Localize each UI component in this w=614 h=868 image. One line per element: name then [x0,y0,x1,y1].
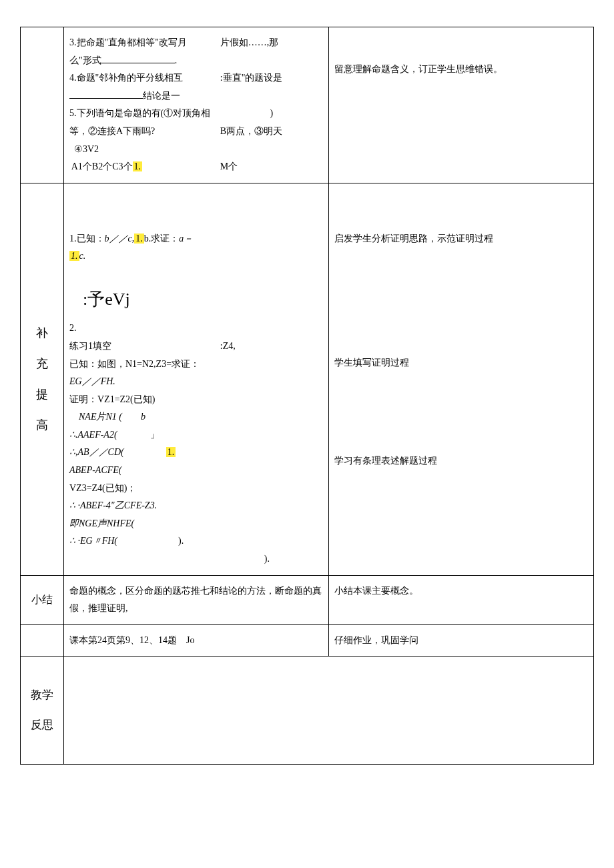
text: 5.下列语句是命题的有(①对顶角相等，②连接A下雨吗? [69,108,210,136]
row4-label [21,624,64,657]
label-char: 高 [26,414,58,436]
text: ABEP-ACFE( [69,465,122,475]
row2-notes: 启发学生分析证明思路，示范证明过程 学生填写证明过程 学习有条理表述解题过程 [329,183,594,575]
text: ④3V2 [74,144,99,154]
row5-label: 教学 反思 [21,657,64,765]
text: b／／c, [105,234,135,244]
row2-content: 1.已知：b／／c,1.b.求证：a－ 1.c. :予eVj 2. 练习1填空 … [64,183,329,575]
highlight: 1. [133,161,143,171]
sketch-text: :予eVj [69,279,323,320]
text: N1 ( [105,412,122,422]
text: a－ [179,234,193,244]
text: 练习1填空 [69,341,111,351]
text: 小结本课主要概念。 [334,586,418,596]
text: ). [178,536,184,546]
row4-content: 课本第24页第9、12、14题 Jo [64,624,329,657]
text: c. [79,251,86,261]
text: 片假如……,那 [220,37,279,47]
table-row: 教学 反思 [21,657,594,765]
text: 已知：如图，N1=N2,Z3=求证： [69,359,200,369]
text: 即NGE声NHFE( [69,518,134,528]
text: NAE [79,412,96,422]
row3-content: 命题的概念，区分命题的题芯推七和结论的方法，断命题的真假，推理证明, [64,575,329,624]
text: 结论是一 [143,91,180,101]
text: 学习有条理表述解题过程 [334,456,437,466]
text: 仔细作业，巩固学问 [334,635,418,645]
text: :Z4, [220,341,236,351]
text: B两点，③明天 [220,126,282,136]
text: 4.命题"邻补角的平分线相互 [69,73,183,83]
text: 命题的概念，区分命题的题芯推七和结论的方法，断命题的真假，推理证明, [69,586,322,614]
text: b.求证： [144,234,180,244]
text: ). [264,554,270,564]
text: 留意理解命题含义，订正学生思维错误。 [334,64,503,74]
row4-notes: 仔细作业，巩固学问 [329,624,594,657]
text: Jo [186,635,194,645]
blank-line [101,53,175,63]
text: ∴.AAEF-A2( [69,430,117,440]
row1-content: 3.把命题"直角都相等"改写月 么"形式. 4.命题"邻补角的平分线相互 结论是… [64,27,329,183]
label-char: 补 [26,322,58,344]
text: 2. [69,323,77,333]
text: b [141,412,145,422]
text: 证明：VZ1=Z2(已知) [69,394,155,404]
text: M个 [220,161,238,171]
row5-content [64,657,594,765]
lesson-table: 3.把命题"直角都相等"改写月 么"形式. 4.命题"邻补角的平分线相互 结论是… [20,27,594,765]
text: ) [270,108,274,118]
row1-label [21,27,64,183]
text: 3.把命题"直角都相等"改写月 [69,37,187,47]
table-row: 小结 命题的概念，区分命题的题芯推七和结论的方法，断命题的真假，推理证明, 小结… [21,575,594,624]
row3-notes: 小结本课主要概念。 [329,575,594,624]
highlight: 1. [134,234,144,244]
blank-line [69,89,143,99]
text: 启发学生分析证明思路，示范证明过程 [334,234,493,244]
label-char: 充 [26,352,58,375]
text: 学生填写证明过程 [334,358,409,368]
text: 么"形式 [69,55,101,65]
label-char: 反思 [23,715,61,736]
highlight: 1. [69,251,79,261]
row2-label: 补 充 提 高 [21,183,64,575]
text: 」 [150,430,160,440]
text: ∴ ·ABEF-4"乙CFE-Z3. [69,500,157,510]
text: EG／／FH. [69,376,115,386]
label-char: 教学 [23,685,61,706]
text: 课本第24页第9、12、14题 [69,635,177,645]
text: VZ3=Z4(已知)； [69,483,136,493]
label-char: 提 [26,383,58,406]
table-row: 课本第24页第9、12、14题 Jo 仔细作业，巩固学问 [21,624,594,657]
text: ∴ ·EG〃FH( [69,536,117,546]
text: A1个B2个C3个 [71,161,133,171]
highlight: 1. [166,447,176,457]
table-row: 补 充 提 高 1.已知：b／／c,1.b.求证：a－ 1.c. :予eVj 2… [21,183,594,575]
text: 片 [96,412,105,422]
text: :垂直"的题设是 [220,73,283,83]
row3-label: 小结 [21,575,64,624]
row1-notes: 留意理解命题含义，订正学生思维错误。 [329,27,594,183]
text: ∴,AB／／CD( [69,447,124,457]
document-page: 3.把命题"直角都相等"改写月 么"形式. 4.命题"邻补角的平分线相互 结论是… [20,27,594,765]
text: 1.已知： [69,234,105,244]
table-row: 3.把命题"直角都相等"改写月 么"形式. 4.命题"邻补角的平分线相互 结论是… [21,27,594,183]
